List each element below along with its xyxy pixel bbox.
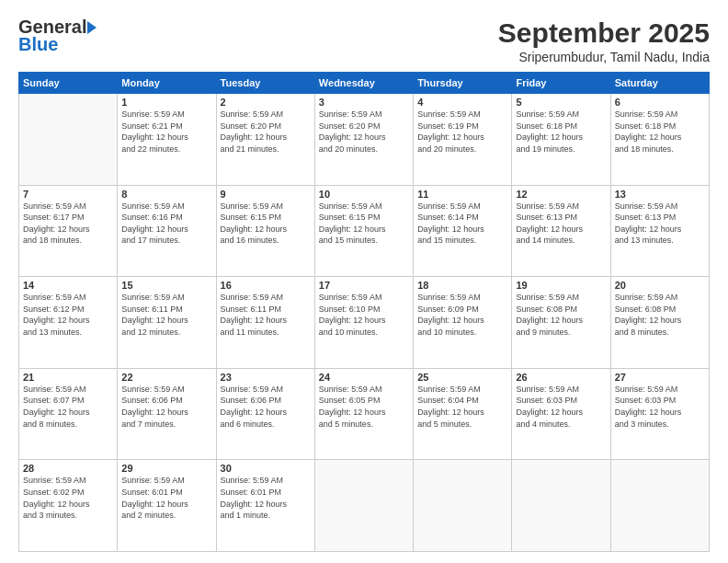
- day-info: Sunrise: 5:59 AMSunset: 6:17 PMDaylight:…: [23, 201, 113, 247]
- table-row: 27Sunrise: 5:59 AMSunset: 6:03 PMDayligh…: [610, 368, 709, 460]
- day-info-line: and 10 minutes.: [319, 327, 378, 337]
- table-row: 4Sunrise: 5:59 AMSunset: 6:19 PMDaylight…: [414, 94, 512, 186]
- day-info-line: Daylight: 12 hours: [23, 408, 90, 417]
- day-number: 16: [221, 280, 311, 291]
- day-number: 30: [221, 463, 311, 474]
- logo: General Blue: [18, 17, 97, 55]
- day-info-line: Daylight: 12 hours: [221, 500, 288, 509]
- day-number: 5: [516, 97, 606, 108]
- day-info-line: Sunset: 6:20 PM: [221, 121, 282, 131]
- page: General Blue September 2025 Sriperumbudu…: [0, 0, 728, 563]
- day-info: Sunrise: 5:59 AMSunset: 6:11 PMDaylight:…: [221, 292, 311, 338]
- day-number: 29: [121, 463, 211, 474]
- day-number: 6: [615, 97, 705, 108]
- col-monday: Monday: [118, 73, 216, 94]
- day-info-line: Daylight: 12 hours: [319, 132, 386, 142]
- day-info-line: Sunrise: 5:59 AM: [121, 476, 185, 485]
- day-info-line: Daylight: 12 hours: [615, 408, 682, 417]
- day-info-line: Sunset: 6:18 PM: [615, 121, 677, 131]
- day-info-line: Daylight: 12 hours: [221, 408, 288, 417]
- day-info: Sunrise: 5:59 AMSunset: 6:14 PMDaylight:…: [417, 201, 507, 247]
- day-info-line: Daylight: 12 hours: [121, 224, 188, 234]
- month-title: September 2025: [498, 17, 710, 50]
- day-info-line: Sunset: 6:10 PM: [319, 304, 381, 314]
- day-info: Sunrise: 5:59 AMSunset: 6:05 PMDaylight:…: [319, 384, 409, 430]
- day-number: 18: [417, 280, 507, 291]
- table-row: 18Sunrise: 5:59 AMSunset: 6:09 PMDayligh…: [414, 277, 512, 369]
- day-info-line: Daylight: 12 hours: [516, 132, 583, 142]
- day-info-line: Sunset: 6:06 PM: [221, 396, 282, 405]
- table-row: 12Sunrise: 5:59 AMSunset: 6:13 PMDayligh…: [512, 185, 610, 277]
- day-info-line: and 16 minutes.: [221, 236, 279, 245]
- day-info-line: Sunrise: 5:59 AM: [417, 385, 481, 394]
- day-info-line: Sunset: 6:05 PM: [319, 396, 381, 405]
- day-info-line: Sunrise: 5:59 AM: [121, 385, 185, 394]
- table-row: 2Sunrise: 5:59 AMSunset: 6:20 PMDaylight…: [216, 94, 314, 186]
- day-number: 23: [221, 372, 311, 383]
- day-info: Sunrise: 5:59 AMSunset: 6:04 PMDaylight:…: [417, 384, 507, 430]
- day-info-line: and 14 minutes.: [516, 236, 574, 245]
- day-number: 12: [516, 189, 606, 200]
- day-info-line: and 3 minutes.: [23, 511, 77, 520]
- day-info-line: Daylight: 12 hours: [23, 316, 90, 325]
- day-info-line: Sunset: 6:18 PM: [516, 121, 577, 131]
- logo-blue: Blue: [18, 34, 58, 55]
- day-info-line: and 8 minutes.: [615, 327, 669, 337]
- day-info-line: and 8 minutes.: [23, 419, 77, 429]
- day-info-line: Sunrise: 5:59 AM: [417, 293, 481, 302]
- day-info-line: Sunset: 6:04 PM: [417, 396, 479, 405]
- day-info-line: Daylight: 12 hours: [23, 224, 90, 234]
- day-info-line: Sunrise: 5:59 AM: [121, 293, 185, 302]
- day-info: Sunrise: 5:59 AMSunset: 6:18 PMDaylight:…: [615, 109, 705, 155]
- day-info-line: Sunrise: 5:59 AM: [615, 201, 678, 211]
- day-number: 17: [319, 280, 409, 291]
- day-info-line: Sunrise: 5:59 AM: [23, 476, 86, 485]
- table-row: 13Sunrise: 5:59 AMSunset: 6:13 PMDayligh…: [610, 185, 709, 277]
- table-row: 24Sunrise: 5:59 AMSunset: 6:05 PMDayligh…: [314, 368, 413, 460]
- day-info: Sunrise: 5:59 AMSunset: 6:01 PMDaylight:…: [121, 475, 211, 521]
- day-info-line: Daylight: 12 hours: [23, 500, 90, 509]
- day-info-line: Daylight: 12 hours: [516, 224, 583, 234]
- table-row: 9Sunrise: 5:59 AMSunset: 6:15 PMDaylight…: [216, 185, 314, 277]
- day-info-line: and 18 minutes.: [23, 236, 82, 245]
- day-info: Sunrise: 5:59 AMSunset: 6:11 PMDaylight:…: [121, 292, 211, 338]
- location: Sriperumbudur, Tamil Nadu, India: [498, 50, 710, 64]
- table-row: 6Sunrise: 5:59 AMSunset: 6:18 PMDaylight…: [610, 94, 709, 186]
- day-number: 26: [516, 372, 606, 383]
- day-info: Sunrise: 5:59 AMSunset: 6:19 PMDaylight:…: [417, 109, 507, 155]
- day-info-line: Sunrise: 5:59 AM: [516, 385, 579, 394]
- day-number: 7: [23, 189, 113, 200]
- day-info-line: Sunset: 6:13 PM: [615, 213, 677, 222]
- day-number: 9: [221, 189, 311, 200]
- calendar-week-row: 21Sunrise: 5:59 AMSunset: 6:07 PMDayligh…: [19, 368, 710, 460]
- day-info-line: and 20 minutes.: [417, 144, 476, 154]
- day-info: Sunrise: 5:59 AMSunset: 6:06 PMDaylight:…: [121, 384, 211, 430]
- day-info-line: Daylight: 12 hours: [221, 316, 288, 325]
- day-info-line: Daylight: 12 hours: [319, 408, 386, 417]
- day-info-line: Daylight: 12 hours: [417, 132, 484, 142]
- day-info-line: and 10 minutes.: [417, 327, 476, 337]
- table-row: [512, 460, 610, 552]
- day-info-line: Sunrise: 5:59 AM: [23, 385, 86, 394]
- table-row: 14Sunrise: 5:59 AMSunset: 6:12 PMDayligh…: [19, 277, 118, 369]
- day-info-line: Sunrise: 5:59 AM: [221, 476, 284, 485]
- day-info-line: Sunset: 6:11 PM: [121, 304, 183, 314]
- day-number: 3: [319, 97, 409, 108]
- day-info-line: Sunset: 6:17 PM: [23, 213, 85, 222]
- day-info-line: Daylight: 12 hours: [615, 224, 682, 234]
- day-info-line: and 20 minutes.: [319, 144, 378, 154]
- day-info-line: Sunrise: 5:59 AM: [417, 109, 481, 119]
- day-info-line: and 21 minutes.: [221, 144, 279, 154]
- table-row: [414, 460, 512, 552]
- day-info-line: Sunset: 6:02 PM: [23, 488, 85, 497]
- day-info-line: and 13 minutes.: [23, 327, 82, 337]
- day-info-line: Sunset: 6:15 PM: [319, 213, 381, 222]
- header: General Blue September 2025 Sriperumbudu…: [18, 17, 710, 64]
- col-thursday: Thursday: [414, 73, 512, 94]
- title-block: September 2025 Sriperumbudur, Tamil Nadu…: [498, 17, 710, 64]
- day-info: Sunrise: 5:59 AMSunset: 6:15 PMDaylight:…: [221, 201, 311, 247]
- table-row: [610, 460, 709, 552]
- calendar-week-row: 1Sunrise: 5:59 AMSunset: 6:21 PMDaylight…: [19, 94, 710, 186]
- day-info-line: Daylight: 12 hours: [516, 316, 583, 325]
- day-info: Sunrise: 5:59 AMSunset: 6:03 PMDaylight:…: [516, 384, 606, 430]
